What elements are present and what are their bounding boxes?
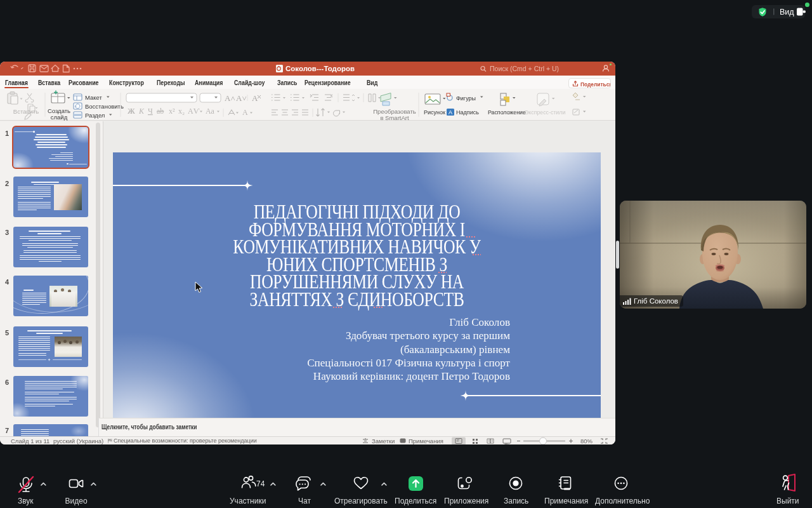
svg-text:Ж: Ж xyxy=(128,107,135,116)
svg-text:Ч: Ч xyxy=(148,107,153,116)
svg-text:Расположение: Расположение xyxy=(488,109,526,116)
svg-text:Макет: Макет xyxy=(85,94,103,101)
svg-text:Поиск (Cmd + Ctrl + U): Поиск (Cmd + Ctrl + U) xyxy=(490,65,559,72)
svg-text:Вставить: Вставить xyxy=(13,108,39,115)
svg-text:А: А xyxy=(242,108,248,117)
svg-text:A: A xyxy=(252,93,258,103)
svg-text:Экспресс-стили: Экспресс-стили xyxy=(525,109,565,116)
svg-text:А: А xyxy=(449,109,452,116)
svg-text:слайд: слайд xyxy=(51,114,68,121)
svg-text:Аа: Аа xyxy=(206,107,215,116)
svg-text:A˄: A˄ xyxy=(225,93,235,103)
svg-text:Раздел: Раздел xyxy=(85,112,105,119)
svg-text:74: 74 xyxy=(256,479,265,488)
svg-text:Соколов---Тодоров: Соколов---Тодоров xyxy=(285,65,355,72)
svg-text:Фигуры: Фигуры xyxy=(456,95,476,102)
svg-text:в SmartArt: в SmartArt xyxy=(380,114,409,121)
svg-text:Надпись: Надпись xyxy=(456,109,479,116)
svg-text:A˅: A˅ xyxy=(236,93,247,103)
svg-text:АѴ: АѴ xyxy=(188,107,200,116)
svg-text:К: К xyxy=(138,107,145,116)
svg-text:x₂: x₂ xyxy=(178,107,185,116)
svg-text:ab: ab xyxy=(157,107,164,116)
svg-text:Рисунок: Рисунок xyxy=(424,109,445,116)
svg-text:Восстановить: Восстановить xyxy=(85,103,124,110)
svg-text:x²: x² xyxy=(169,107,175,116)
